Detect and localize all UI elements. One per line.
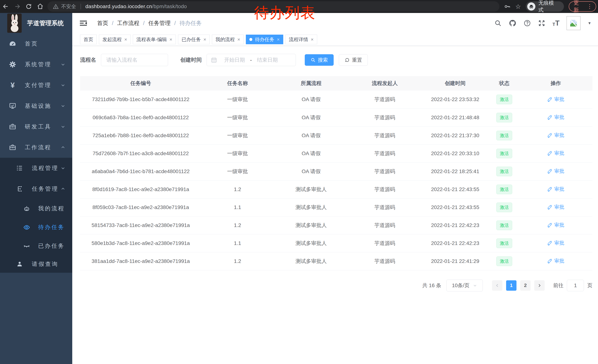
date-range-separator: - <box>250 57 252 63</box>
page-size-select[interactable]: 10条/页 <box>447 280 483 291</box>
approve-link[interactable]: 审批 <box>547 96 564 103</box>
approve-link[interactable]: 审批 <box>547 114 564 121</box>
goto-page-input[interactable] <box>567 280 584 291</box>
page-content: 流程名 创建时间 - 搜索 重置 <box>72 54 598 291</box>
process-cell: OA 请假 <box>274 145 349 162</box>
tab-item-4[interactable]: 我的流程× <box>212 35 244 44</box>
approve-link[interactable]: 审批 <box>547 258 564 264</box>
sidebar-item-process-mgmt[interactable]: 流程管理 <box>0 158 72 178</box>
sidebar-item-devtools[interactable]: 研发工具 <box>0 116 72 137</box>
page-button-2[interactable]: 2 <box>520 280 531 291</box>
github-icon[interactable] <box>509 19 516 27</box>
reset-button[interactable]: 重置 <box>339 54 368 66</box>
sidebar-item-infrastructure[interactable]: 基础设施 <box>0 96 72 116</box>
sidebar-item-workflow[interactable]: 工作流程 <box>0 137 72 158</box>
approve-link[interactable]: 审批 <box>547 204 564 210</box>
approve-link[interactable]: 审批 <box>547 132 564 138</box>
status-badge: 激活 <box>496 238 512 248</box>
tab-item-0[interactable]: 首页 <box>80 35 97 44</box>
security-label[interactable]: 不安全 <box>61 3 76 10</box>
app-logo[interactable]: 芋道管理系统 <box>0 13 72 33</box>
help-icon[interactable] <box>523 19 531 27</box>
sidebar-item-home[interactable]: 首页 <box>0 33 72 54</box>
tab-close-icon[interactable]: × <box>169 37 172 42</box>
tab-item-1[interactable]: 发起流程× <box>99 35 131 44</box>
task-id-cell: 069c6a63-7b8a-11ec-8ef0-acde48001122 <box>80 108 201 126</box>
approve-link-label: 审批 <box>554 150 564 156</box>
password-key-icon[interactable] <box>504 3 511 10</box>
tab-item-5[interactable]: 待办任务× <box>246 35 283 44</box>
process-name-label: 流程名 <box>80 56 96 64</box>
sidebar-item-system[interactable]: 系统管理 <box>0 54 72 75</box>
search-button[interactable]: 搜索 <box>305 54 334 66</box>
tab-close-icon[interactable]: × <box>311 37 314 42</box>
sidebar-item-leave-query[interactable]: 请假查询 <box>0 255 72 273</box>
tab-item-6[interactable]: 流程详情× <box>285 35 317 44</box>
incognito-label: 无痕模式 <box>538 0 559 14</box>
sidebar-item-done-tasks[interactable]: 已办任务 <box>0 237 72 255</box>
fullscreen-icon[interactable] <box>538 19 545 27</box>
logo-rabbit-image <box>7 14 22 33</box>
tab-close-icon[interactable]: × <box>277 37 280 42</box>
approve-link[interactable]: 审批 <box>547 168 564 174</box>
tab-close-icon[interactable]: × <box>237 37 240 42</box>
tab-item-2[interactable]: 流程表单-编辑× <box>133 35 176 44</box>
edit-pen-icon <box>547 97 552 102</box>
sidebar-item-label: 任务管理 <box>32 185 58 193</box>
task-name-cell: 一级审批 <box>201 126 274 145</box>
browser-menu-dots-icon[interactable]: ⋮ <box>587 4 592 9</box>
end-date-input[interactable] <box>252 57 282 63</box>
person-icon <box>16 260 24 267</box>
sidebar-item-todo-tasks[interactable]: 待办任务 <box>0 218 72 237</box>
tab-item-3[interactable]: 已办任务× <box>178 35 210 44</box>
start-date-input[interactable] <box>220 57 249 63</box>
starter-cell: 芋道源码 <box>349 216 421 234</box>
refresh-icon <box>345 57 350 63</box>
sidebar: 芋道管理系统 首页 系统管理 ¥ 支付管理 基础设施 研发工具 <box>0 13 72 364</box>
browser-update-button[interactable]: 更新 ⋮ <box>569 1 596 12</box>
org-tree-icon <box>16 185 24 192</box>
sidebar-item-label: 已办任务 <box>38 242 65 250</box>
status-cell: 激活 <box>490 234 519 252</box>
avatar[interactable] <box>566 16 581 30</box>
tab-label: 已办任务 <box>182 36 201 43</box>
search-button-icon <box>310 57 316 63</box>
browser-forward-icon[interactable] <box>11 1 23 12</box>
approve-link[interactable]: 审批 <box>547 240 564 246</box>
approve-link[interactable]: 审批 <box>547 222 564 228</box>
date-range-picker[interactable]: - <box>207 54 296 66</box>
breadcrumb-workflow[interactable]: 工作流程 <box>117 19 139 27</box>
prev-page-button[interactable] <box>492 280 502 291</box>
page-button-1[interactable]: 1 <box>506 280 516 291</box>
avatar-caret-icon[interactable]: ▼ <box>588 21 591 25</box>
page-url[interactable]: dashboard.yudao.iocoder.cn/bpm/task/todo <box>85 4 187 9</box>
browser-reload-icon[interactable] <box>23 1 34 12</box>
process-name-input[interactable] <box>101 54 168 66</box>
sidebar-item-my-process[interactable]: 我的流程 <box>0 199 72 218</box>
tab-label: 待办任务 <box>255 36 274 43</box>
approve-link[interactable]: 审批 <box>547 150 564 156</box>
sidebar-collapse-icon[interactable] <box>79 19 87 27</box>
status-badge: 激活 <box>496 167 512 176</box>
next-page-button[interactable] <box>534 280 545 291</box>
chevron-down-icon <box>60 83 66 88</box>
process-cell: 测试多审批人 <box>274 234 349 252</box>
breadcrumb-home[interactable]: 首页 <box>97 19 108 27</box>
total-count: 共 16 条 <box>422 282 441 289</box>
security-warning-icon[interactable] <box>53 4 58 9</box>
tab-close-icon[interactable]: × <box>124 37 127 42</box>
sidebar-item-payment[interactable]: ¥ 支付管理 <box>0 75 72 96</box>
edit-pen-icon <box>547 151 552 156</box>
approve-link[interactable]: 审批 <box>547 186 564 192</box>
edit-pen-icon <box>547 222 552 227</box>
browser-back-icon[interactable] <box>0 1 11 12</box>
font-size-icon[interactable]: TT <box>552 20 559 27</box>
actions-cell: 审批 <box>519 198 592 216</box>
tab-close-icon[interactable]: × <box>203 37 206 42</box>
sidebar-item-task-mgmt[interactable]: 任务管理 <box>0 178 72 199</box>
breadcrumb-task-mgmt[interactable]: 任务管理 <box>148 19 171 27</box>
bookmark-star-icon[interactable]: ☆ <box>515 3 521 10</box>
browser-home-icon[interactable] <box>34 1 46 12</box>
task-name-cell: 一级审批 <box>201 108 274 126</box>
search-icon[interactable] <box>494 19 502 27</box>
